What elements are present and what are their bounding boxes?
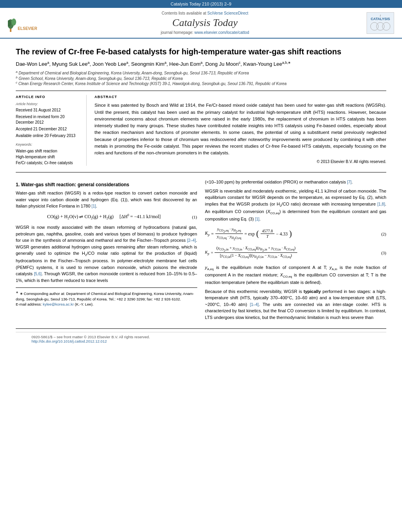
- svg-text:ELSEVIER: ELSEVIER: [18, 26, 37, 31]
- catalysis-logo: i CATALYSIS: [367, 12, 394, 34]
- eq2-paren-close: ): [289, 229, 292, 238]
- abstract-heading: ABSTRACT: [94, 95, 386, 99]
- journal-title-display: Catalysis Today: [47, 17, 363, 29]
- divider-1: [16, 91, 386, 91]
- section1-title: 1. Water-gas shift reaction: general con…: [16, 182, 197, 187]
- eq2-exp-fraction: 4577.8 T: [261, 228, 275, 239]
- divider-2: [16, 172, 386, 172]
- svg-point-7: [382, 22, 390, 30]
- eq2-number: (2): [381, 232, 386, 236]
- two-col-body: 1. Water-gas shift reaction: general con…: [16, 179, 386, 321]
- eq3-equals: =: [211, 250, 213, 255]
- svg-point-6: [376, 22, 384, 30]
- article-info-heading: ARTICLE INFO: [16, 95, 82, 99]
- svg-point-2: [11, 19, 16, 26]
- affiliations: a Department of Chemical and Biological …: [16, 70, 386, 86]
- accepted-date: Accepted 21 December 2012: [16, 126, 82, 132]
- abstract-panel: ABSTRACT Since it was patented by Bosch …: [94, 95, 386, 166]
- right-para1: (<10–100 ppm) by preferential oxidation …: [205, 179, 387, 185]
- right-column: (<10–100 ppm) by preferential oxidation …: [205, 179, 387, 321]
- eq2-minus: − 4.33: [276, 232, 288, 236]
- eq2-equals2: = exp: [245, 232, 255, 236]
- footnote-text: ∗ ∗ Corresponding author at: Department …: [16, 290, 197, 302]
- history-title: Article history:: [16, 102, 82, 106]
- top-bar: Catalysis Today 210 (2013) 2–9: [0, 0, 402, 8]
- right-para3: yA,eq is the equilibrium mole fraction o…: [205, 264, 387, 286]
- abstract-text: Since it was patented by Bosch and Wild …: [94, 102, 386, 156]
- eq2-equals: =: [211, 232, 214, 236]
- svg-point-5: [371, 22, 378, 30]
- eq3-fraction: (yCO2,in + yCO,in · XCO,eq)(yH2,in + yCO…: [215, 245, 297, 260]
- elsevier-logo: ELSEVIER: [8, 12, 43, 34]
- article-info-panel: ARTICLE INFO Article history: Received 3…: [16, 95, 87, 166]
- homepage-link[interactable]: www.elsevier.com/locate/cattod: [195, 30, 249, 35]
- copyright-line: © 2013 Elsevier B.V. All rights reserved…: [94, 159, 386, 164]
- divider-bottom: [16, 328, 386, 329]
- article-body: ARTICLE INFO Article history: Received 3…: [16, 95, 386, 166]
- eq2-fraction: yCO2,eq · yH2,eq yCO,eq · yH2O,eq: [215, 226, 243, 241]
- section1-para2: WGSR is now mostly associated with the s…: [16, 224, 197, 284]
- eq1-number: (1): [192, 215, 197, 219]
- article-title: The review of Cr-free Fe-based catalysts…: [16, 46, 386, 57]
- sciverse-link[interactable]: SciVerse ScienceDirect: [207, 11, 248, 15]
- sciverse-line: Contents lists available at SciVerse Sci…: [47, 11, 363, 15]
- doi-link[interactable]: http://dx.doi.org/10.1016/j.cattod.2012.…: [31, 339, 107, 343]
- footnote-email: E-mail address: kylee@korea.ac.kr (K.-Y.…: [16, 302, 197, 307]
- eq2-paren-open: (: [256, 229, 259, 238]
- journal-center-info: Contents lists available at SciVerse Sci…: [47, 11, 363, 35]
- keywords-title: Keywords:: [16, 143, 82, 146]
- keywords-section: Keywords: Water-gas shift reaction High-…: [16, 143, 82, 166]
- equation-2-block: Kp = yCO2,eq · yH2,eq yCO,eq · yH2O,eq =…: [205, 226, 387, 241]
- equation-3-block: Kp = (yCO2,in + yCO,in · XCO,eq)(yH2,in …: [205, 245, 387, 260]
- authors-line: Dae-Won Leea, Myung Suk Leea, Joon Yeob …: [16, 61, 386, 67]
- keyword-1: Water-gas shift reaction: [16, 148, 82, 154]
- email-link[interactable]: kylee@korea.ac.kr: [43, 302, 74, 306]
- eq2-lhs: Kp: [205, 231, 210, 237]
- right-para2: WGSR is reversible and moderately exothe…: [205, 188, 387, 222]
- issn-text: 0920-5861/$ – see front matter © 2013 El…: [31, 335, 150, 339]
- eq3-number: (3): [381, 250, 386, 255]
- journal-homepage: journal homepage: www.elsevier.com/locat…: [47, 30, 363, 35]
- eq3-lhs: Kp: [205, 250, 209, 256]
- available-date: Available online 20 February 2013: [16, 133, 82, 139]
- keyword-3: Fe/Cr catalysts; Cr-free catalysts: [16, 160, 82, 166]
- bottom-bar: 0920-5861/$ – see front matter © 2013 El…: [16, 332, 386, 346]
- journal-header: ELSEVIER Contents lists available at Sci…: [0, 8, 402, 39]
- left-column: 1. Water-gas shift reaction: general con…: [16, 179, 197, 321]
- main-content: The review of Cr-free Fe-based catalysts…: [0, 39, 402, 354]
- keyword-2: High-temperature shift: [16, 154, 82, 160]
- received-date: Received 31 August 2012: [16, 108, 82, 113]
- section1-para1: Water-gas shift reaction (WGSR) is a red…: [16, 190, 197, 209]
- received-revised-date: Received in revised form 20 December 201…: [16, 114, 82, 125]
- eq1-content: CO(g) + H2O(v) ⇌ CO2(g) + H2(g) [ΔH0 = −…: [16, 213, 192, 220]
- left-footnote: ∗ ∗ Corresponding author at: Department …: [16, 287, 197, 307]
- equation-1: CO(g) + H2O(v) ⇌ CO2(g) + H2(g) [ΔH0 = −…: [16, 213, 197, 220]
- right-para4: Because of this exothermic reversibility…: [205, 288, 387, 321]
